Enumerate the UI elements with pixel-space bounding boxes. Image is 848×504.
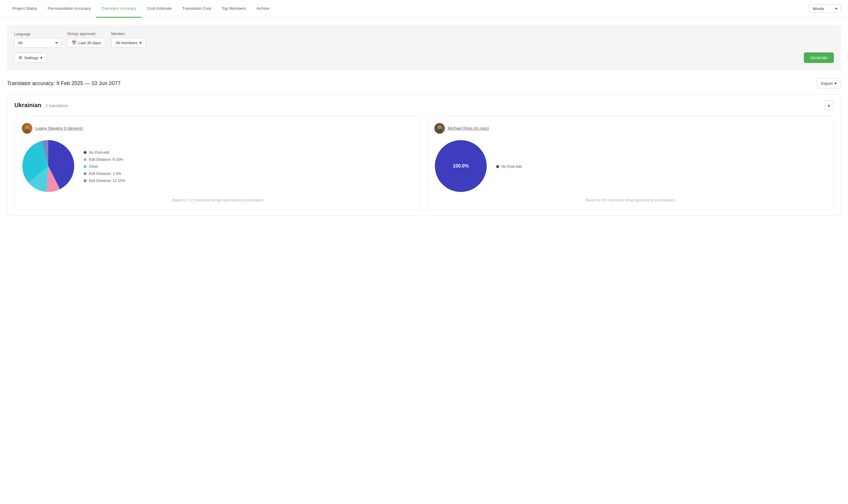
settings-label: Settings <box>24 56 39 60</box>
legend-item: Other <box>84 165 125 169</box>
legend: No Post-edit <box>496 165 522 169</box>
filter-actions: ⚙ Settings ▾ Generate <box>14 52 834 63</box>
svg-point-3 <box>436 129 443 134</box>
translator-name[interactable]: Michael Ross (m.ross) <box>448 126 489 131</box>
pie-chart: 100.0% <box>434 140 487 194</box>
legend-dot <box>84 158 87 161</box>
legend-item: Edit Distance: 11-15% <box>84 179 125 183</box>
nav-item-top-members[interactable]: Top Members <box>216 0 251 18</box>
legend-dot <box>84 151 87 154</box>
legend-item: No Post-edit <box>496 165 522 169</box>
translators-count: 2 translators <box>46 103 68 108</box>
calendar-icon: 📅 <box>72 40 76 45</box>
chevron-down-icon: ▾ <box>140 40 142 45</box>
strings-approved-filter-group: Strings approved: 📅 Last 30 days <box>67 32 105 48</box>
collapse-icon: ▲ <box>827 103 831 107</box>
legend-label: Edit Distance: 11-15% <box>89 179 125 183</box>
translator-card-michael-ross: Michael Ross (m.ross) 100.0% No Post-edi… <box>427 116 834 210</box>
avatar <box>434 123 445 134</box>
words-select[interactable]: WordsCharacters <box>809 4 841 13</box>
language-select[interactable]: All <box>14 38 61 48</box>
svg-point-2 <box>437 125 442 129</box>
svg-point-0 <box>25 125 29 129</box>
language-title-group: Ukrainian 2 translators <box>14 102 68 109</box>
nav-item-pre-translation-accuracy[interactable]: Pre-translation Accuracy <box>42 0 96 18</box>
legend-label: Other <box>89 165 98 169</box>
svg-text:100.0%: 100.0% <box>453 163 469 168</box>
strings-approved-label: Strings approved: <box>67 32 105 36</box>
legend: No Post-edit Edit Distance: 6-10% Other … <box>84 150 125 183</box>
main-nav: Project StatusPre-translation AccuracyTr… <box>0 0 848 18</box>
member-button[interactable]: All members ▾ <box>111 38 146 48</box>
chart-area: No Post-edit Edit Distance: 6-10% Other … <box>22 140 414 194</box>
strings-approved-value: Last 30 days <box>78 41 101 45</box>
settings-chevron-icon: ▾ <box>40 55 42 60</box>
pie-chart <box>22 140 75 194</box>
legend-dot <box>84 179 87 182</box>
export-chevron-icon: ▾ <box>834 81 836 86</box>
legend-item: No Post-edit <box>84 150 125 155</box>
legend-label: No Post-edit <box>89 150 109 155</box>
filter-box: Language All Strings approved: 📅 Last 30… <box>7 25 841 70</box>
translator-cards-row: Leane Stevens (l.stevens) No Post-edit E… <box>14 116 834 210</box>
nav-item-project-status[interactable]: Project Status <box>7 0 42 18</box>
translator-name[interactable]: Leane Stevens (l.stevens) <box>35 126 83 131</box>
export-label: Export <box>821 81 833 86</box>
language-name: Ukrainian <box>14 102 41 108</box>
strings-approved-button[interactable]: 📅 Last 30 days <box>67 38 105 48</box>
svg-point-1 <box>24 129 30 134</box>
legend-item: Edit Distance: 1-5% <box>84 172 125 176</box>
report-header: Translator accuracy: 9 Feb 2025 — 10 Jun… <box>7 78 841 88</box>
legend-dot <box>496 165 499 168</box>
legend-dot <box>84 165 87 168</box>
nav-item-archive[interactable]: Archive <box>251 0 275 18</box>
legend-label: Edit Distance: 6-10% <box>89 158 123 162</box>
report-title: Translator accuracy: 9 Feb 2025 — 10 Jun… <box>7 80 121 87</box>
gear-icon: ⚙ <box>19 55 22 60</box>
language-section: Ukrainian 2 translators ▲ Leane Stevens … <box>7 94 841 216</box>
card-footer: Based on 555 translated string approved … <box>434 198 826 202</box>
export-button[interactable]: Export ▾ <box>817 78 841 88</box>
chart-area: 100.0% No Post-edit <box>434 140 826 194</box>
settings-button[interactable]: ⚙ Settings ▾ <box>14 53 47 63</box>
nav-item-translator-accuracy[interactable]: Translator Accuracy <box>96 0 142 18</box>
translator-header: Leane Stevens (l.stevens) <box>22 123 414 134</box>
card-footer: Based on 111 translated strings approved… <box>22 198 414 202</box>
collapse-button[interactable]: ▲ <box>824 101 834 110</box>
legend-label: Edit Distance: 1-5% <box>89 172 121 176</box>
legend-dot <box>84 172 87 175</box>
member-label: Member: <box>111 32 146 36</box>
avatar <box>22 123 32 134</box>
translator-card-leane-stevens: Leane Stevens (l.stevens) No Post-edit E… <box>14 116 421 210</box>
language-label: Language <box>14 32 61 36</box>
language-filter-group: Language All <box>14 32 61 48</box>
translator-header: Michael Ross (m.ross) <box>434 123 826 134</box>
member-value: All members <box>116 41 138 45</box>
language-header: Ukrainian 2 translators ▲ <box>14 101 834 110</box>
generate-button[interactable]: Generate <box>804 52 834 63</box>
member-filter-group: Member: All members ▾ <box>111 32 146 48</box>
nav-item-translation-cost[interactable]: Translation Cost <box>177 0 216 18</box>
nav-item-cost-estimate[interactable]: Cost Estimate <box>142 0 177 18</box>
legend-label: No Post-edit <box>502 165 522 169</box>
legend-item: Edit Distance: 6-10% <box>84 158 125 162</box>
